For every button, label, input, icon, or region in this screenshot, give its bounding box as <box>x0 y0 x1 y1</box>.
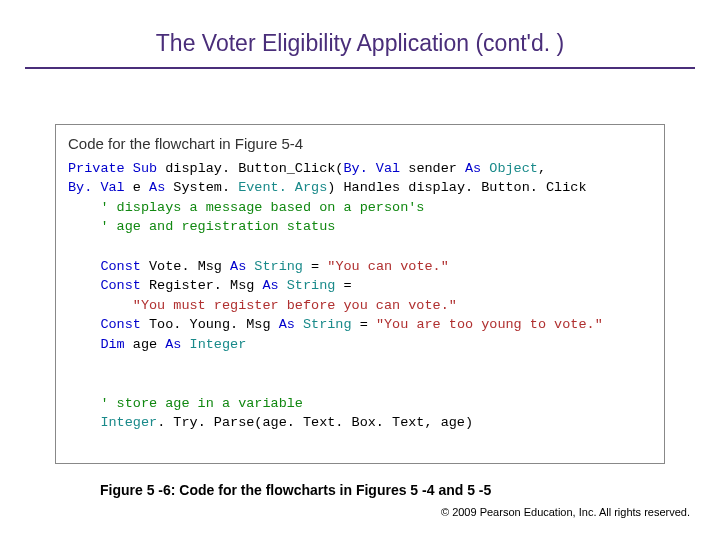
slide-title: The Voter Eligibility Application (cont'… <box>0 0 720 67</box>
code-token: sender <box>400 161 465 176</box>
code-token: String <box>246 259 303 274</box>
code-token: Integer <box>68 415 157 430</box>
code-blank <box>68 356 76 371</box>
code-token: age <box>125 337 166 352</box>
code-string: "You are too young to vote." <box>376 317 603 332</box>
code-token: = <box>352 317 376 332</box>
code-token: Const <box>68 317 141 332</box>
code-token: As <box>279 317 295 332</box>
code-token: e <box>125 180 149 195</box>
code-blank <box>68 239 76 254</box>
code-token: Vote. Msg <box>141 259 230 274</box>
code-blank <box>68 376 76 391</box>
code-token: Event. Args <box>238 180 327 195</box>
code-token: . Try. Parse(age. Text. Box. Text, age) <box>157 415 473 430</box>
code-string: "You can vote." <box>327 259 449 274</box>
code-token: = <box>303 259 327 274</box>
code-string: "You must register before you can vote." <box>68 298 457 313</box>
figure-title: Code for the flowchart in Figure 5-4 <box>68 133 652 155</box>
code-token: Object <box>481 161 538 176</box>
code-token: ) Handles display. Button. Click <box>327 180 586 195</box>
code-token: = <box>335 278 351 293</box>
code-token: By. Val <box>68 180 125 195</box>
code-token: display. Button_Click( <box>157 161 343 176</box>
code-token: System. <box>165 180 238 195</box>
code-listing: Private Sub display. Button_Click(By. Va… <box>68 159 652 433</box>
figure-caption: Figure 5 -6: Code for the flowcharts in … <box>100 482 720 498</box>
code-token: As <box>230 259 246 274</box>
code-token: , <box>538 161 546 176</box>
code-token: Register. Msg <box>141 278 263 293</box>
code-token: By. Val <box>343 161 400 176</box>
code-token: String <box>279 278 336 293</box>
copyright-footer: © 2009 Pearson Education, Inc. All right… <box>441 506 690 518</box>
code-token: As <box>262 278 278 293</box>
code-comment: ' age and registration status <box>68 219 335 234</box>
title-rule <box>25 67 695 69</box>
code-token: Dim <box>68 337 125 352</box>
code-token: Const <box>68 278 141 293</box>
code-token: Integer <box>181 337 246 352</box>
code-comment: ' store age in a variable <box>68 396 303 411</box>
code-token: As <box>165 337 181 352</box>
code-comment: ' displays a message based on a person's <box>68 200 424 215</box>
code-token: As <box>149 180 165 195</box>
code-token: Too. Young. Msg <box>141 317 279 332</box>
code-token: Const <box>68 259 141 274</box>
code-figure-box: Code for the flowchart in Figure 5-4 Pri… <box>55 124 665 464</box>
code-token: Private Sub <box>68 161 157 176</box>
code-token: String <box>295 317 352 332</box>
code-token: As <box>465 161 481 176</box>
slide: The Voter Eligibility Application (cont'… <box>0 0 720 540</box>
